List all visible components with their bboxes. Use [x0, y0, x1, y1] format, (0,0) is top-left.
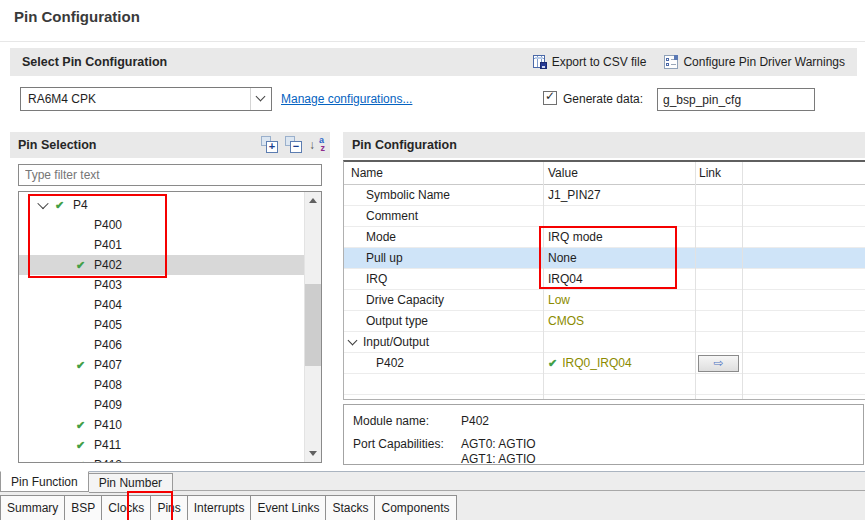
port-capability-value: AGT1: AGTIO: [461, 452, 536, 466]
combobox-dropdown-zone[interactable]: [250, 88, 271, 110]
property-row-output-type[interactable]: Output typeCMOS: [344, 311, 865, 332]
column-header-value: Value: [548, 166, 578, 180]
tree-item-label: P401: [94, 238, 122, 252]
property-row-drive-capacity[interactable]: Drive CapacityLow: [344, 290, 865, 311]
column-header-link: Link: [699, 166, 721, 180]
tree-item-label: P402: [94, 258, 122, 272]
empty-row: [344, 374, 865, 395]
select-section-title: Select Pin Configuration: [22, 55, 167, 69]
column-divider: [695, 162, 696, 399]
warnings-form-icon: [664, 55, 678, 69]
chevron-down-icon[interactable]: [348, 336, 358, 346]
tab-clocks[interactable]: Clocks: [101, 495, 151, 520]
tree-item-label: P411: [94, 438, 121, 452]
configuration-combobox[interactable]: RA6M4 CPK: [20, 87, 272, 111]
table-header-row: Name Value Link: [344, 162, 865, 185]
check-icon: ✔: [76, 419, 94, 432]
generate-data-checkbox[interactable]: ✓: [543, 91, 557, 105]
pin-selection-header: Pin Selection + − ↓az: [10, 132, 330, 158]
pin-configuration-panel-title: Pin Configuration: [352, 138, 457, 152]
tab-event-links[interactable]: Event Links: [250, 495, 326, 520]
tab-pins[interactable]: Pins: [150, 495, 187, 520]
checkmark-icon: ✓: [545, 89, 555, 103]
check-icon: ✔: [76, 439, 94, 452]
tab-bsp[interactable]: BSP: [64, 495, 102, 520]
tree-item-P406[interactable]: P406: [19, 335, 304, 355]
property-name: Drive Capacity: [366, 293, 444, 307]
chevron-down-icon[interactable]: [37, 198, 48, 209]
property-value: Low: [548, 293, 570, 307]
property-row-mode[interactable]: ModeIRQ mode: [344, 227, 865, 248]
property-value: IRQ mode: [548, 230, 603, 244]
divider: [0, 41, 865, 42]
tree-item-P408[interactable]: P408: [19, 375, 304, 395]
tab-interrupts[interactable]: Interrupts: [187, 495, 252, 520]
property-value: CMOS: [548, 314, 584, 328]
manage-configurations-link[interactable]: Manage configurations...: [281, 92, 412, 106]
tree-item-P4[interactable]: ✔P4: [19, 195, 304, 215]
property-value-cell[interactable]: J1_PIN27: [543, 188, 695, 202]
module-info-box: Module name: P402 Port Capabilities: AGT…: [343, 404, 864, 465]
tree-item-P411[interactable]: ✔P411: [19, 435, 304, 455]
property-value-cell[interactable]: IRQ mode: [543, 230, 695, 244]
pin-selection-toolbar: + − ↓az: [261, 136, 325, 153]
configure-pin-driver-warnings-button[interactable]: Configure Pin Driver Warnings: [664, 55, 845, 69]
tree-item-label: P408: [94, 378, 122, 392]
tree-item-P401[interactable]: P401: [19, 235, 304, 255]
property-name: Symbolic Name: [366, 188, 450, 202]
scroll-down-icon[interactable]: [309, 451, 317, 456]
collapse-all-icon[interactable]: −: [285, 136, 302, 153]
navigate-link-button[interactable]: ⇨: [698, 355, 739, 372]
property-name-cell: Pull up: [344, 251, 543, 265]
generate-data-input[interactable]: [657, 88, 815, 111]
property-value-cell[interactable]: Low: [543, 293, 695, 307]
tree-item-label: P400: [94, 218, 122, 232]
tab-components[interactable]: Components: [374, 495, 456, 520]
property-row-input-output[interactable]: Input/Output: [344, 332, 865, 353]
tree-item-label: P405: [94, 318, 122, 332]
column-header-name: Name: [351, 166, 383, 180]
tree-item-P402[interactable]: ✔P402: [19, 255, 304, 275]
tree-item-P407[interactable]: ✔P407: [19, 355, 304, 375]
pin-filter-input[interactable]: [18, 164, 322, 186]
property-name: Input/Output: [363, 335, 429, 349]
tree-item-P410[interactable]: ✔P410: [19, 415, 304, 435]
property-name: P402: [376, 356, 404, 370]
property-value-cell[interactable]: CMOS: [543, 314, 695, 328]
property-value-cell[interactable]: None: [543, 251, 695, 265]
empty-row: [344, 395, 865, 400]
tree-item-P403[interactable]: P403: [19, 275, 304, 295]
check-icon: ✔: [76, 359, 94, 372]
generate-data-label: Generate data:: [563, 92, 643, 106]
sort-az-icon[interactable]: ↓az: [309, 136, 325, 153]
property-row-comment[interactable]: Comment: [344, 206, 865, 227]
property-row-irq[interactable]: IRQIRQ04: [344, 269, 865, 290]
pin-tree: ✔P4P400P401✔P402P403P404P405P406✔P407P40…: [18, 191, 322, 463]
tree-item-P405[interactable]: P405: [19, 315, 304, 335]
tree-item-P400[interactable]: P400: [19, 215, 304, 235]
property-name-cell: P402: [344, 356, 543, 370]
property-row-symbolic-name[interactable]: Symbolic NameJ1_PIN27: [344, 185, 865, 206]
export-to-csv-button[interactable]: Export to CSV file: [533, 55, 647, 69]
tab-summary[interactable]: Summary: [0, 495, 65, 520]
property-row-p402[interactable]: P402✔IRQ0_IRQ04⇨: [344, 353, 865, 374]
property-value: IRQ0_IRQ04: [562, 356, 631, 370]
tree-item-label: P4: [73, 198, 88, 212]
pin-selection-title: Pin Selection: [18, 138, 97, 152]
tab-pin-function[interactable]: Pin Function: [0, 471, 89, 492]
tree-item-P404[interactable]: P404: [19, 295, 304, 315]
tree-item-P412[interactable]: ✔P412: [19, 455, 304, 463]
scroll-up-icon[interactable]: [309, 198, 317, 203]
tree-item-label: P409: [94, 398, 122, 412]
property-value-cell[interactable]: ✔IRQ0_IRQ04: [543, 356, 695, 370]
tree-item-P409[interactable]: P409: [19, 395, 304, 415]
tree-item-label: P410: [94, 418, 122, 432]
property-value-cell[interactable]: IRQ04: [543, 272, 695, 286]
column-divider: [543, 162, 544, 399]
property-row-pull-up[interactable]: Pull upNone: [344, 248, 865, 269]
tree-scrollbar[interactable]: [304, 192, 321, 462]
tab-pin-number[interactable]: Pin Number: [89, 473, 173, 493]
scrollbar-thumb[interactable]: [305, 284, 322, 366]
expand-all-icon[interactable]: +: [261, 136, 278, 153]
tab-stacks[interactable]: Stacks: [325, 495, 375, 520]
